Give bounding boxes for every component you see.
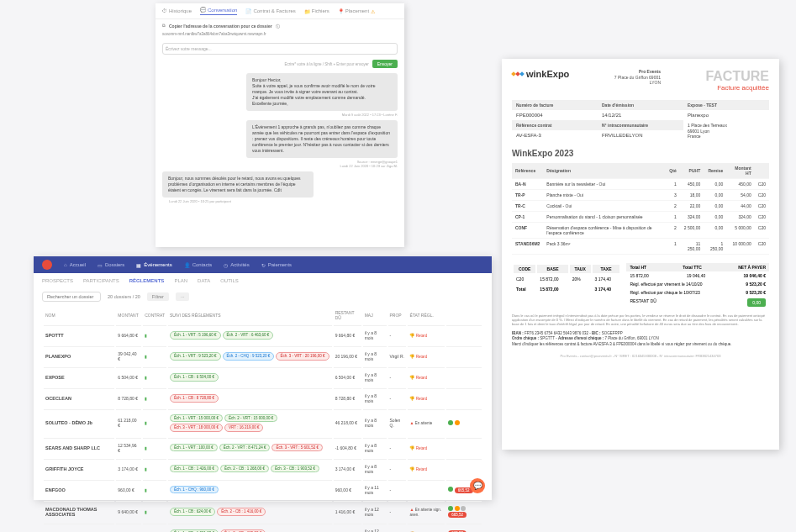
calendar-icon: ▦ (136, 262, 141, 268)
subtab-data[interactable]: DATA (198, 278, 210, 283)
table-row[interactable]: SEARS AND SHARP LLC 12 534,96 € ▮ Éch. 1… (44, 438, 482, 457)
subtab-outils[interactable]: OUTILS (220, 278, 239, 283)
payment-pill: Éch. 1 - CB : 8 728,80 € (170, 394, 219, 402)
email-address: xovomm-mnf.nanlbw7a3a864sbm7aba3nwtqowmt… (156, 32, 404, 40)
reglements-table: NOM MONTANT CONTRAT SUIVI DES RÈGLEMENTS… (42, 305, 483, 532)
chat-fab-button[interactable]: 💬 (470, 478, 485, 493)
tab-fichiers[interactable]: 📁 Fichiers (304, 7, 329, 15)
brand-logo: winkExpo (512, 69, 569, 79)
message-input[interactable]: Écrivez votre message... (162, 43, 398, 55)
status-dot-green (448, 487, 453, 492)
document-icon[interactable]: ▮ (145, 487, 147, 492)
main-nav: ⌂ Accueil ▭ Dossiers ▦ Événements 👤 Cont… (34, 256, 492, 273)
folder-icon: ▭ (98, 262, 103, 268)
message-meta: Source : emerge@groupe1Lundi 22 Juin 202… (162, 160, 398, 168)
chat-icon: 💬 (200, 7, 206, 13)
invoice-line: CP-1Personnalisation du stand - 1 cloiso… (512, 211, 769, 222)
payment-pill: Éch. 1 - VRT : 5 196,60 € (170, 331, 221, 339)
warning-icon: ⚠ (371, 8, 375, 14)
payment-pill: Éch. 2 - VRT : 15 000,00 € (224, 414, 277, 422)
fine-print: Dans le cas où le paiement intégral n'in… (512, 313, 769, 327)
status-dot-gray (461, 506, 466, 511)
subtab-prospects[interactable]: PROSPECTS (42, 278, 73, 283)
table-row[interactable]: EXPOSE 6 504,00 € ▮ Éch. 1 - CB : 6 504,… (44, 367, 482, 387)
nav-paiements[interactable]: ↻ Paiements (261, 262, 292, 268)
table-row[interactable]: PLANEXPO 39 042,40 € ▮ Éch. 1 - VRT : 9 … (44, 346, 482, 366)
payment-pill: Éch. 2 - CB : 1 416,00 € (217, 508, 266, 515)
document-icon[interactable]: ▮ (145, 445, 147, 450)
status-dot-orange (455, 420, 460, 425)
table-row[interactable]: GRIFFITH JOYCE 3 174,00 € ▮ Éch. 1 - CB … (44, 459, 482, 478)
thumbs-down-icon: 👎 (409, 333, 414, 338)
copy-icon[interactable]: ⧉ (162, 23, 166, 29)
message-meta: Lundi 22 Juin 2020 • 10:25 par participa… (169, 199, 398, 203)
payment-pill: Éch. 1 - CHQ : 960,00 € (170, 486, 219, 493)
warning-icon: ▲ (409, 420, 414, 425)
table-row[interactable]: ENFGOO 960,00 € ▮ Éch. 1 - CHQ : 960,00 … (44, 480, 482, 499)
message-meta: Mardi 9 août 2022 • 17:23 • Lorène F. (162, 113, 398, 117)
conversation-tabs: ⏱ Historique 💬 Conversation 📄 Contrat & … (156, 3, 404, 19)
nav-evenements[interactable]: ▦ Événements (136, 262, 171, 268)
nav-dossiers[interactable]: ▭ Dossiers (98, 262, 124, 268)
table-row[interactable]: SPOTTT 9 664,80 € ▮ Éch. 1 - VRT : 5 196… (44, 325, 482, 345)
folder-icon: 📁 (304, 8, 310, 14)
invoice-status: Facture acquittée (705, 84, 769, 92)
status-dot-green (448, 420, 453, 425)
nav-accueil[interactable]: ⌂ Accueil (64, 262, 86, 267)
thumbs-down-icon: 👎 (409, 466, 414, 471)
sub-tabs: PROSPECTS PARTICIPANTS RÈGLEMENTS PLAN D… (34, 273, 492, 288)
app-logo-icon[interactable] (42, 260, 52, 270)
status-dot-green (448, 506, 453, 511)
payment-pill: Éch. 1 - CB : 6 504,00 € (170, 373, 219, 381)
status-dot-orange (455, 506, 460, 511)
tab-conversation[interactable]: 💬 Conversation (200, 7, 237, 15)
nav-activites[interactable]: ◷ Activités (224, 262, 249, 268)
payment-pill: Éch. 3 - VRT : 18 000,00 € (170, 424, 223, 431)
thumbs-down-icon: 👎 (409, 354, 414, 359)
info-icon[interactable]: ⓘ (276, 24, 280, 29)
send-row: Ecrire* votre à la ligne / Shift + Enter… (156, 58, 404, 70)
reglements-panel: ⌂ Accueil ▭ Dossiers ▦ Événements 👤 Cont… (34, 256, 492, 500)
invoice-line: STAND36M2Pack 3 36m²111 250,001 250,0010… (512, 238, 769, 254)
filter-button[interactable]: Filtrer (147, 292, 169, 301)
clock-icon: ⏱ (162, 8, 167, 13)
payment-info: IBAN : FR76 2345 6754 6432 5643 9876 032… (512, 331, 769, 347)
nav-contacts[interactable]: 👤 Contacts (184, 262, 213, 268)
invoice-line: TR-CCocktail - Oui222,000,0044,00C20 (512, 200, 769, 211)
document-icon[interactable]: ▮ (145, 509, 147, 514)
document-icon[interactable]: ▮ (145, 396, 147, 401)
file-icon: 📄 (245, 8, 251, 14)
document-icon[interactable]: ▮ (145, 466, 147, 471)
table-row[interactable]: SOLUTEO - DÉMO Jb 61 218,00 € ▮ Éch. 1 -… (44, 409, 482, 436)
thumbs-down-icon: 👎 (409, 375, 414, 380)
invoice-line: BA-NBannière sur la newsletter - Oui1450… (512, 178, 769, 189)
document-icon[interactable]: ▮ (145, 333, 147, 338)
document-icon[interactable]: ▮ (145, 354, 147, 359)
message-bubble: Bonjour, nous sommes désolés pour le ret… (162, 171, 314, 198)
message-bubble: Bonjour Hector, Suite à votre appel, je … (246, 73, 398, 111)
subtab-plan[interactable]: PLAN (174, 278, 187, 283)
payment-pill: Éch. 3 - VRT : 5 601,52 € (271, 444, 323, 451)
search-input[interactable] (42, 292, 101, 302)
subtab-participants[interactable]: PARTICIPANTS (83, 278, 119, 283)
tab-historique[interactable]: ⏱ Historique (162, 7, 192, 15)
invoice-lines-table: Référence Désignation Qté PUHT Remise Mo… (512, 163, 769, 255)
activity-icon: ◷ (224, 262, 228, 268)
thumbs-down-icon: 👎 (409, 445, 414, 450)
payment-pill: Éch. 1 - VRT : 9 523,20 € (170, 352, 221, 360)
copy-label: Copier l'adresse de la conversation pour… (169, 24, 272, 29)
table-row[interactable]: CUPIN 1 708,80 € ▮ Éch. 1 - CB : 1 021,2… (44, 524, 482, 532)
document-icon[interactable]: ▮ (145, 375, 147, 380)
more-button[interactable]: ··· (176, 292, 190, 301)
payment-pill: Éch. 2 - CB : 1 268,00 € (220, 465, 269, 472)
document-icon[interactable]: ▮ (145, 420, 147, 425)
payment-pill: Éch. 2 - VRT : 6 463,60 € (223, 331, 274, 339)
table-row[interactable]: OCECLEAN 8 728,80 € ▮ Éch. 1 - CB : 8 72… (44, 388, 482, 408)
message-bubble: L'Événement 1 approche à grands pas, n'o… (246, 120, 398, 158)
subtab-reglements[interactable]: RÈGLEMENTS (129, 278, 165, 283)
payment-pill: Éch. 1 - CB : 1 426,00 € (170, 465, 219, 472)
tab-placement[interactable]: 📍 Placement ⚠ (338, 7, 375, 15)
table-row[interactable]: MACDONALD THOMAS ASSOCIATES 9 640,00 € ▮… (44, 501, 482, 522)
send-button[interactable]: Envoyer (372, 60, 398, 68)
tab-contrat[interactable]: 📄 Contrat & Factures (245, 7, 295, 15)
